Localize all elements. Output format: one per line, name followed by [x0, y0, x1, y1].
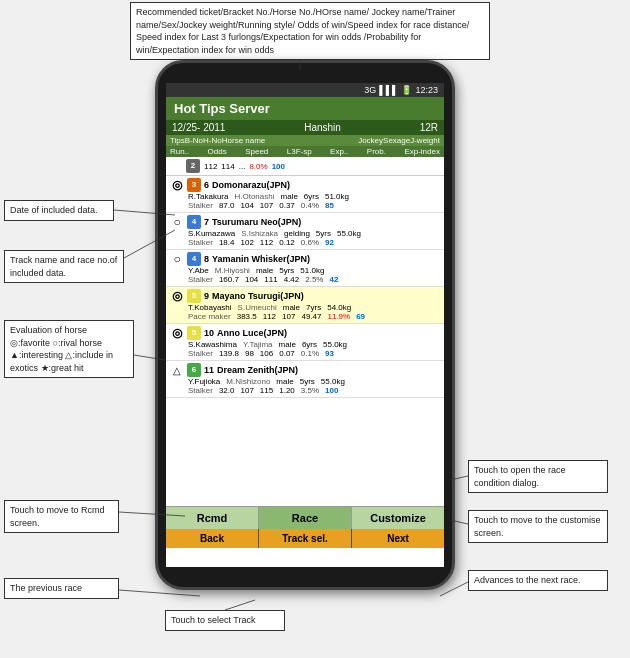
- back-button[interactable]: Back: [166, 529, 259, 548]
- customize-annotation: Touch to move to the customise screen.: [468, 510, 608, 543]
- col-sex: Sex: [383, 136, 397, 145]
- horse-name: Yamanin Whisker(JPN): [212, 254, 310, 264]
- tab-rcmd[interactable]: Rcmd: [166, 507, 259, 529]
- bracket-num: 5: [187, 326, 201, 340]
- exp-odds: 0.37: [279, 201, 295, 210]
- horse-age: 6yrs: [302, 340, 317, 349]
- app-title: Hot Tips Server: [174, 101, 270, 116]
- col-prob: Prob.: [367, 147, 386, 156]
- eval-annotation: Evaluation of horse ◎:favorite ○:rival h…: [4, 320, 134, 378]
- prob-win: 0.4%: [301, 201, 319, 210]
- col-bno: B-No: [185, 136, 203, 145]
- odds: 139.8: [219, 349, 239, 358]
- speed-index: 112: [263, 312, 276, 321]
- running-style: Stalker: [188, 386, 213, 395]
- track-annotation: Track name and race no.of included data.: [4, 250, 124, 283]
- horse-age: 5yrs: [316, 229, 331, 238]
- jockey-name: R.Takakura: [188, 192, 228, 201]
- l3f-speed: 111: [264, 275, 277, 284]
- column-headers: Tips B-No H-No Horse name Jockey Sex age…: [166, 135, 444, 146]
- track-annotation-text: Track name and race no.of included data.: [10, 255, 117, 278]
- exp-index: 85: [325, 201, 334, 210]
- jockey-name: Y.Fujioka: [188, 377, 220, 386]
- exp-odds: 4.42: [284, 275, 300, 284]
- odds: 18.4: [219, 238, 235, 247]
- exp-odds: 49.47: [301, 312, 321, 321]
- odds: 160.7: [219, 275, 239, 284]
- col-hno: H-No: [203, 136, 222, 145]
- time-display: 12:23: [415, 85, 438, 95]
- race-header: 12/25- 2011 Hanshin 12R: [166, 120, 444, 135]
- horse-row-partial[interactable]: 2 112 114 ... 8.0% 100: [166, 157, 444, 176]
- eval-icon: ◎: [170, 289, 184, 303]
- horse-num: 6: [204, 180, 209, 190]
- phone-frame: 3G ▌▌▌ 🔋 12:23 Hot Tips Server 12/25- 20…: [155, 60, 455, 590]
- race-date: 12/25- 2011: [172, 122, 225, 133]
- trainer-name: S.Umeuchi: [238, 303, 277, 312]
- prev-race-annotation: The previous race: [4, 578, 119, 599]
- horse-sex: gelding: [284, 229, 310, 238]
- eval-icon: ◎: [170, 326, 184, 340]
- horse-row[interactable]: ◎ 5 9 Mayano Tsurugi(JPN) T.Kobayashi S.…: [166, 287, 444, 324]
- exp-odds: 1.20: [279, 386, 295, 395]
- horse-age: 6yrs: [304, 192, 319, 201]
- track-sel-button[interactable]: Track sel.: [259, 529, 352, 548]
- exp-index: 42: [329, 275, 338, 284]
- running-style: Stalker: [188, 201, 213, 210]
- wifi-icon: ▌▌▌: [379, 85, 398, 95]
- horse-name: Domonarazu(JPN): [212, 180, 290, 190]
- jockey-weight: 55.0kg: [337, 229, 361, 238]
- prev-race-annotation-text: The previous race: [10, 583, 82, 593]
- speed-index: 104: [245, 275, 258, 284]
- col-speed: Speed: [245, 147, 268, 156]
- bracket-num: 6: [187, 363, 201, 377]
- horse-age: 5yrs: [279, 266, 294, 275]
- customize-annotation-text: Touch to move to the customise screen.: [474, 515, 601, 538]
- horse-num: 8: [204, 254, 209, 264]
- rcmd-annotation-text: Touch to move to Rcmd screen.: [10, 505, 105, 528]
- trainer-name: H.Otonashi: [234, 192, 274, 201]
- eval-icon: △: [170, 365, 184, 376]
- l3f-speed: 107: [260, 201, 273, 210]
- horse-name: Anno Luce(JPN): [217, 328, 287, 338]
- bracket-num: 4: [187, 252, 201, 266]
- odds: 87.0: [219, 201, 235, 210]
- horse-row[interactable]: ○ 4 8 Yamanin Whisker(JPN) Y.Abe M.Hiyos…: [166, 250, 444, 287]
- horse-row[interactable]: ◎ 3 6 Domonarazu(JPN) R.Takakura H.Otona…: [166, 176, 444, 213]
- horse-sex: male: [276, 377, 293, 386]
- exp-index: 92: [325, 238, 334, 247]
- col-expindex: Exp-index: [404, 147, 440, 156]
- jockey-weight: 55.0kg: [321, 377, 345, 386]
- exp-index: 69: [356, 312, 365, 321]
- next-button[interactable]: Next: [352, 529, 444, 548]
- svg-line-6: [225, 600, 255, 610]
- race-condition-annotation: Touch to open the race condition dialog.: [468, 460, 608, 493]
- horse-row[interactable]: △ 6 11 Dream Zenith(JPN) Y.Fujioka M.Nis…: [166, 361, 444, 398]
- jockey-weight: 51.0kg: [300, 266, 324, 275]
- col-exp: Exp..: [330, 147, 348, 156]
- horse-row[interactable]: ◎ 5 10 Anno Luce(JPN) S.Kawashima Y.Taji…: [166, 324, 444, 361]
- track-sel-annotation-text: Touch to select Track: [171, 615, 256, 625]
- horse-age: 7yrs: [306, 303, 321, 312]
- phone-screen: 3G ▌▌▌ 🔋 12:23 Hot Tips Server 12/25- 20…: [166, 83, 444, 567]
- horse-name: Tsurumaru Neo(JPN): [212, 217, 301, 227]
- horse-row[interactable]: ○ 4 7 Tsurumaru Neo(JPN) S.Kumazawa S.Is…: [166, 213, 444, 250]
- tab-race[interactable]: Race: [259, 507, 352, 529]
- col-tips: Tips: [170, 136, 185, 145]
- trainer-name: M.Nishizono: [226, 377, 270, 386]
- jockey-weight: 51.0kg: [325, 192, 349, 201]
- prob-win: 3.5%: [301, 386, 319, 395]
- rcmd-annotation: Touch to move to Rcmd screen.: [4, 500, 119, 533]
- tab-customize[interactable]: Customize: [352, 507, 444, 529]
- speed-index: 107: [240, 386, 253, 395]
- race-venue: Hanshin: [304, 122, 341, 133]
- date-annotation-text: Date of included data.: [10, 205, 98, 215]
- speed-index: 98: [245, 349, 254, 358]
- race-condition-text: Touch to open the race condition dialog.: [474, 465, 566, 488]
- top-annotation-box: Recommended ticket/Bracket No./Horse No.…: [130, 2, 490, 60]
- horse-age: 5yrs: [300, 377, 315, 386]
- running-style: Stalker: [188, 349, 213, 358]
- col-horsename: Horse name: [222, 136, 358, 145]
- running-style: Stalker: [188, 238, 213, 247]
- eval-icon: ○: [170, 215, 184, 229]
